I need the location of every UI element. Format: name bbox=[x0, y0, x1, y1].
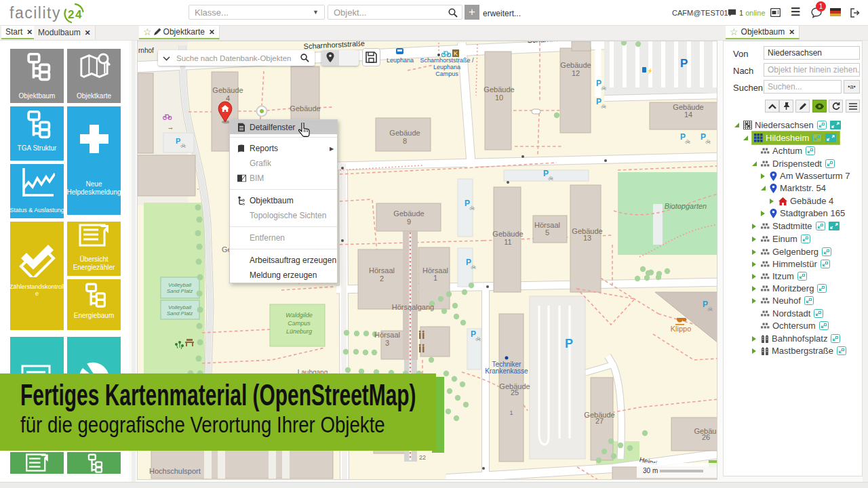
svg-text:9: 9 bbox=[407, 218, 411, 226]
svg-text:P: P bbox=[680, 57, 688, 70]
svg-text:12: 12 bbox=[572, 69, 580, 77]
svg-text:Sand Platz: Sand Platz bbox=[167, 288, 193, 294]
svg-text:8: 8 bbox=[403, 137, 407, 145]
svg-text:🚲: 🚲 bbox=[469, 204, 475, 210]
svg-text:Leuphana: Leuphana bbox=[387, 57, 414, 64]
svg-text:🚲: 🚲 bbox=[548, 174, 554, 180]
svg-text:Gebäude: Gebäude bbox=[389, 129, 420, 137]
svg-text:Gebäude: Gebäude bbox=[492, 230, 523, 238]
svg-text:Leuphana: Leuphana bbox=[433, 64, 460, 70]
svg-text:Volleyball: Volleyball bbox=[168, 304, 191, 310]
svg-text:26: 26 bbox=[702, 433, 710, 441]
svg-text:Volleyball: Volleyball bbox=[168, 282, 191, 288]
svg-text:13: 13 bbox=[583, 234, 591, 242]
svg-text:🚲: 🚲 bbox=[707, 305, 713, 311]
svg-text:Krankenkasse: Krankenkasse bbox=[485, 367, 528, 375]
svg-text:10: 10 bbox=[495, 94, 503, 102]
svg-text:27: 27 bbox=[595, 417, 604, 425]
svg-text:5: 5 bbox=[545, 228, 549, 237]
svg-text:Gebäude: Gebäude bbox=[212, 86, 243, 94]
svg-text:Hochschulsport: Hochschulsport bbox=[149, 467, 201, 475]
svg-text:🚲: 🚲 bbox=[705, 138, 711, 144]
svg-text:Biotopgarten: Biotopgarten bbox=[665, 202, 707, 210]
svg-text:11: 11 bbox=[504, 238, 511, 246]
svg-text:🚲: 🚲 bbox=[180, 142, 186, 148]
svg-text:2: 2 bbox=[380, 274, 384, 283]
svg-text:22: 22 bbox=[419, 454, 426, 461]
svg-text:K: K bbox=[454, 50, 458, 57]
svg-text:Hörsaal: Hörsaal bbox=[374, 331, 400, 339]
svg-text:Hörsaalgang: Hörsaalgang bbox=[392, 303, 434, 311]
svg-text:Sand Platz: Sand Platz bbox=[167, 310, 193, 317]
svg-text:25: 25 bbox=[511, 388, 519, 396]
svg-text:Lüneburg: Lüneburg bbox=[286, 328, 312, 335]
svg-text:14: 14 bbox=[684, 110, 692, 119]
svg-text:🚲: 🚲 bbox=[601, 102, 607, 108]
svg-text:Gebäude: Gebäude bbox=[484, 85, 514, 94]
svg-text:1: 1 bbox=[433, 274, 437, 282]
svg-text:Gebäude: Gebäude bbox=[560, 61, 591, 69]
svg-text:Campus: Campus bbox=[288, 320, 311, 327]
svg-text:Campus: Campus bbox=[435, 70, 458, 77]
svg-text:Gebäude: Gebäude bbox=[290, 104, 320, 113]
svg-text:P: P bbox=[565, 337, 573, 350]
svg-text:Gebäude: Gebäude bbox=[393, 209, 424, 218]
svg-text:rnhof: rnhof bbox=[138, 47, 154, 54]
svg-text:Scharnhorststraße /: Scharnhorststraße / bbox=[420, 57, 474, 64]
svg-text:24: 24 bbox=[68, 8, 83, 21]
svg-text:Hörsaal: Hörsaal bbox=[369, 266, 395, 274]
svg-text:🚲: 🚲 bbox=[685, 138, 691, 144]
svg-text:30 m: 30 m bbox=[643, 467, 658, 474]
svg-text:🚲: 🚲 bbox=[475, 335, 481, 341]
svg-text:3: 3 bbox=[385, 339, 389, 347]
svg-text:1: 1 bbox=[509, 409, 513, 416]
svg-text:🚲: 🚲 bbox=[471, 263, 477, 269]
svg-text:⚡: ⚡ bbox=[647, 68, 653, 74]
svg-text:🚲: 🚲 bbox=[601, 84, 607, 90]
svg-text:Klippo: Klippo bbox=[671, 325, 692, 333]
svg-text:➞: ➞ bbox=[168, 125, 173, 131]
svg-text:Waldgilde: Waldgilde bbox=[285, 312, 312, 319]
